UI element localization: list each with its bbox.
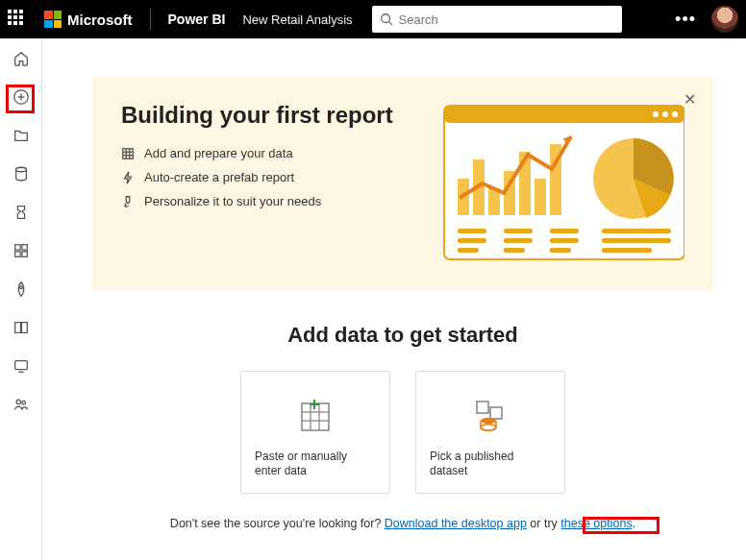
- section-title: Add data to get started: [92, 323, 713, 348]
- hero-steps: Add and prepare your data Auto-create a …: [121, 146, 393, 208]
- card-label: Pick a published dataset: [430, 450, 551, 479]
- search-input[interactable]: [399, 12, 614, 27]
- left-nav-rail: [0, 38, 42, 560]
- svg-line-1: [388, 22, 392, 26]
- svg-point-57: [481, 418, 496, 424]
- apps-icon[interactable]: [11, 240, 32, 261]
- data-source-cards: Paste or manually enter data Pick a publ…: [92, 371, 713, 494]
- more-options-icon[interactable]: •••: [669, 10, 702, 30]
- search-box[interactable]: [372, 6, 622, 33]
- hero-banner: ✕ Building your first report Add and pre…: [92, 77, 713, 290]
- svg-point-58: [481, 425, 496, 430]
- svg-rect-12: [21, 323, 27, 333]
- footer-middle: or try: [530, 517, 560, 530]
- these-options-link[interactable]: these options: [560, 517, 632, 530]
- svg-rect-7: [21, 245, 26, 250]
- hero-step-label: Add and prepare your data: [144, 146, 293, 160]
- hero-step: Personalize it to suit your needs: [121, 194, 393, 208]
- svg-point-25: [662, 111, 668, 117]
- close-icon[interactable]: ✕: [684, 90, 696, 109]
- card-paste-data[interactable]: Paste or manually enter data: [240, 371, 390, 494]
- app-launcher-icon[interactable]: [8, 10, 27, 29]
- card-label: Paste or manually enter data: [255, 450, 376, 479]
- svg-rect-9: [21, 252, 26, 256]
- footer-suffix: .: [633, 517, 635, 530]
- metrics-icon[interactable]: [11, 202, 32, 223]
- deployment-icon[interactable]: [11, 279, 32, 300]
- hero-step-label: Personalize it to suit your needs: [144, 194, 321, 208]
- bolt-icon: [121, 171, 135, 184]
- svg-point-24: [653, 111, 659, 117]
- svg-rect-36: [458, 229, 486, 233]
- dataset-icon: [430, 385, 551, 450]
- svg-rect-47: [602, 248, 652, 253]
- svg-rect-13: [14, 361, 27, 370]
- hero-title: Building your first report: [121, 102, 393, 129]
- product-name[interactable]: Power BI: [168, 12, 226, 27]
- svg-rect-23: [444, 106, 684, 123]
- svg-rect-56: [490, 407, 502, 419]
- svg-rect-55: [477, 402, 488, 413]
- svg-point-0: [381, 14, 389, 23]
- svg-rect-43: [550, 238, 579, 243]
- footer-help-text: Don't see the source you're looking for?…: [92, 517, 713, 530]
- hero-step: Add and prepare your data: [121, 146, 393, 160]
- microsoft-logo: Microsoft: [44, 11, 133, 28]
- svg-rect-17: [123, 148, 134, 158]
- hero-step-label: Auto-create a prefab report: [144, 170, 294, 184]
- search-icon: [380, 12, 393, 26]
- svg-point-10: [19, 286, 22, 289]
- card-published-dataset[interactable]: Pick a published dataset: [415, 371, 565, 494]
- main-content: ✕ Building your first report Add and pre…: [42, 38, 746, 560]
- header-divider: [150, 9, 151, 30]
- microsoft-logo-icon: [44, 11, 62, 28]
- svg-rect-45: [602, 229, 671, 233]
- svg-rect-6: [14, 245, 19, 250]
- footer-prefix: Don't see the source you're looking for?: [170, 517, 385, 530]
- download-desktop-link[interactable]: Download the desktop app: [385, 517, 527, 530]
- svg-rect-41: [504, 248, 525, 253]
- svg-rect-44: [550, 248, 571, 253]
- brush-icon: [121, 195, 135, 208]
- hero-step: Auto-create a prefab report: [121, 170, 393, 184]
- hero-illustration: [412, 102, 684, 261]
- svg-rect-39: [504, 229, 533, 233]
- home-icon[interactable]: [11, 48, 32, 69]
- hero-text: Building your first report Add and prepa…: [121, 102, 393, 261]
- svg-rect-37: [458, 238, 486, 243]
- svg-rect-40: [504, 238, 533, 243]
- browse-icon[interactable]: [11, 125, 32, 146]
- create-icon[interactable]: [11, 86, 32, 108]
- svg-rect-38: [458, 248, 479, 253]
- svg-point-15: [16, 400, 21, 404]
- monitor-icon[interactable]: [11, 355, 32, 377]
- svg-rect-8: [14, 252, 19, 256]
- workspaces-icon[interactable]: [11, 394, 32, 415]
- svg-point-5: [15, 167, 26, 172]
- svg-point-26: [672, 111, 678, 117]
- top-header: Microsoft Power BI New Retail Analysis •…: [0, 0, 746, 38]
- svg-rect-46: [602, 238, 671, 243]
- microsoft-text: Microsoft: [67, 12, 133, 28]
- svg-rect-42: [550, 229, 579, 233]
- svg-rect-11: [14, 323, 20, 333]
- svg-point-16: [21, 401, 25, 404]
- paste-data-icon: [255, 385, 376, 450]
- svg-rect-32: [535, 179, 546, 215]
- workspace-name: New Retail Analysis: [242, 12, 352, 27]
- learn-icon[interactable]: [11, 317, 32, 338]
- data-hub-icon[interactable]: [11, 163, 32, 184]
- table-icon: [121, 147, 135, 160]
- avatar[interactable]: [711, 6, 738, 33]
